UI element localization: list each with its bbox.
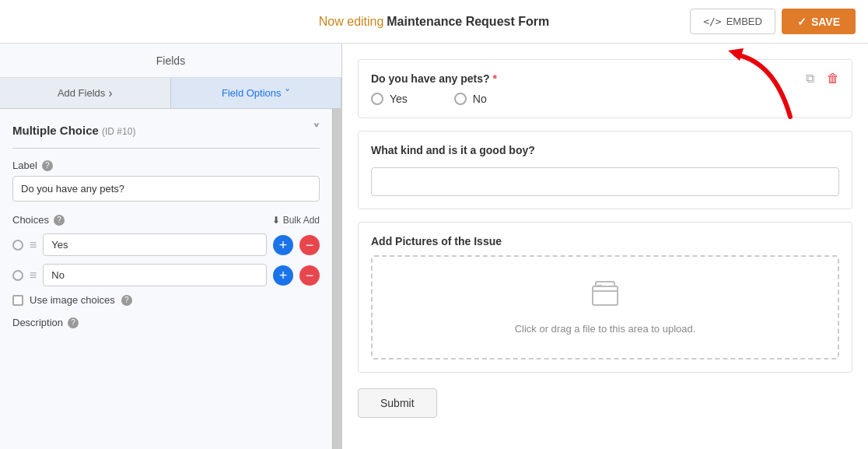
choice-item: ≡ + − xyxy=(12,233,320,256)
description-row: Description ? xyxy=(12,317,320,328)
choices-help-icon[interactable]: ? xyxy=(54,215,65,226)
drag-handle-icon[interactable]: ≡ xyxy=(30,239,37,251)
chevron-down-icon: ˅ xyxy=(285,87,290,100)
add-choice-button-1[interactable]: + xyxy=(273,235,293,255)
scrollbar[interactable] xyxy=(332,109,341,449)
chevron-right-icon: › xyxy=(108,86,112,100)
right-panel: ⧉ 🗑 Do you have any pets? * Yes No xyxy=(342,44,868,449)
save-button[interactable]: ✓ SAVE xyxy=(782,9,856,34)
radio-option-no: No xyxy=(454,93,487,105)
text-answer-kind[interactable] xyxy=(371,167,839,196)
field-type-title: Multiple Choice (ID #10) ˅ xyxy=(12,121,320,139)
choice-input-1[interactable] xyxy=(43,233,267,256)
svg-rect-2 xyxy=(597,285,602,287)
image-choices-checkbox[interactable] xyxy=(12,295,23,306)
choices-label: Choices ? xyxy=(12,214,65,226)
collapse-icon[interactable]: ˅ xyxy=(313,121,320,139)
file-upload-area[interactable]: Click or drag a file to this area to upl… xyxy=(371,255,839,360)
download-icon: ⬇ xyxy=(272,215,280,226)
form-question-pets: ⧉ 🗑 Do you have any pets? * Yes No xyxy=(358,59,852,118)
upload-icon xyxy=(590,280,621,315)
top-bar-buttons: </> EMBED ✓ SAVE xyxy=(690,9,856,34)
drag-handle-icon[interactable]: ≡ xyxy=(30,269,37,282)
question-label-pictures: Add Pictures of the Issue xyxy=(371,235,839,247)
description-help-icon[interactable]: ? xyxy=(68,317,79,328)
radio-options: Yes No xyxy=(371,93,839,105)
delete-icon[interactable]: 🗑 xyxy=(824,69,842,88)
remove-choice-button-1[interactable]: − xyxy=(299,235,320,255)
top-bar: Now editing Maintenance Request Form </>… xyxy=(0,0,868,44)
choice-item: ≡ + − xyxy=(12,264,320,286)
radio-option-yes: Yes xyxy=(371,93,408,105)
submit-button[interactable]: Submit xyxy=(358,388,437,418)
choice-radio xyxy=(12,240,23,251)
upload-text: Click or drag a file to this area to upl… xyxy=(515,323,696,335)
duplicate-icon[interactable]: ⧉ xyxy=(800,69,819,88)
form-section-actions: ⧉ 🗑 xyxy=(800,69,842,88)
form-question-pictures: Add Pictures of the Issue Click or drag … xyxy=(358,222,852,373)
embed-code-icon: </> xyxy=(703,16,721,27)
left-panel: Fields Add Fields › Field Options ˅ Mult… xyxy=(0,44,342,449)
choice-input-2[interactable] xyxy=(43,264,267,286)
image-choices-row: Use image choices ? xyxy=(12,294,320,306)
remove-choice-button-2[interactable]: − xyxy=(299,265,320,286)
checkmark-icon: ✓ xyxy=(797,16,807,28)
page-title: Now editing Maintenance Request Form xyxy=(319,15,549,29)
tab-field-options[interactable]: Field Options ˅ xyxy=(171,78,342,108)
form-question-pet-kind: What kind and is it a good boy? xyxy=(358,131,852,209)
embed-button[interactable]: </> EMBED xyxy=(690,9,775,34)
label-help-icon[interactable]: ? xyxy=(42,160,53,171)
bulk-add-button[interactable]: ⬇ Bulk Add xyxy=(272,215,320,226)
add-choice-button-2[interactable]: + xyxy=(273,265,293,286)
image-choices-help-icon[interactable]: ? xyxy=(121,295,132,306)
choices-row: Choices ? ⬇ Bulk Add xyxy=(12,214,320,226)
choice-radio xyxy=(12,270,23,281)
fields-header: Fields xyxy=(0,44,341,78)
tabs: Add Fields › Field Options ˅ xyxy=(0,78,341,109)
left-content: Multiple Choice (ID #10) ˅ Label ? Choic… xyxy=(0,109,341,449)
question-label-pets: Do you have any pets? * xyxy=(371,72,839,85)
label-row: Label ? xyxy=(12,160,320,171)
main-layout: Fields Add Fields › Field Options ˅ Mult… xyxy=(0,44,868,449)
field-options-panel: Multiple Choice (ID #10) ˅ Label ? Choic… xyxy=(0,109,332,449)
tab-add-fields[interactable]: Add Fields › xyxy=(0,78,171,108)
question-label-kind: What kind and is it a good boy? xyxy=(371,144,839,156)
svg-rect-1 xyxy=(593,286,618,305)
label-input[interactable] xyxy=(12,176,320,202)
